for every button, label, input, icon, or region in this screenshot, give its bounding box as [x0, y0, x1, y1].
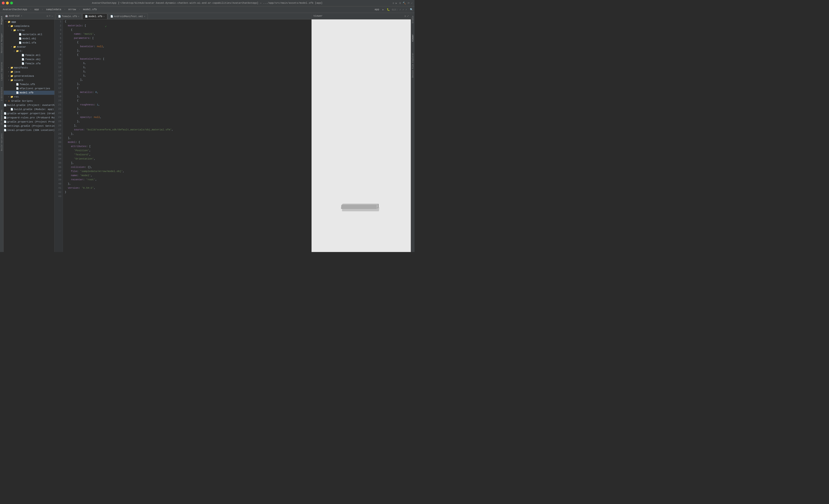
code-line: name: 'model', [65, 173, 310, 178]
tree-item-gradle-wrapper[interactable]: 📄 gradle-wrapper.properties (Gradle Vers… [4, 111, 55, 116]
code-line: parameters: [ [65, 36, 310, 40]
dropdown-icon[interactable]: ▾ [21, 14, 22, 17]
code-line: version: '0.54:2', [65, 186, 310, 190]
tree-item-build-gradle-app[interactable]: 📄 build.gradle (Module: app) [4, 107, 55, 111]
tree-item-manifests[interactable]: ▸ 📁 manifests [4, 66, 55, 70]
nav-sampledata[interactable]: sampledata [45, 8, 63, 11]
tree-item-female-sfa[interactable]: 📄 female.sfa [4, 62, 55, 66]
tree-item-generated-java[interactable]: ▸ 📁 generatedJava [4, 74, 55, 78]
tree-item-assets[interactable]: ▾ 📁 assets [4, 78, 55, 82]
tree-item-local-properties[interactable]: 📄 local.properties (SDK Location) [4, 128, 55, 132]
app-window: AvatarChatbotApp [~/Desktop/GitHub/avata… [0, 0, 414, 252]
code-line: 1, [65, 74, 310, 78]
project-vertical-label[interactable]: Project [0, 15, 3, 26]
gradle-vertical-label[interactable]: Gradle [411, 15, 414, 24]
right-vertical-panel: Gradle Viewer Device File Explorer [411, 13, 414, 252]
tree-item-proguard[interactable]: 📄 proguard-rules.pro (ProGuard Rules for… [4, 116, 55, 120]
tab-bar: 📄 female.sfb ✕ 📄 model.sfb ✕ 📄 AndroidMa… [55, 13, 311, 20]
nav-chatbotapp[interactable]: AvatarChatbotApp [1, 8, 29, 11]
code-line: roughness: 1, [65, 103, 310, 107]
code-line: 1, [65, 65, 310, 69]
nav-model-sfb[interactable]: model.sfb [82, 8, 98, 11]
tree-item-c[interactable]: ▸ 📁 C: [4, 49, 55, 53]
close-tab-androidmanifest[interactable]: ✕ [144, 15, 145, 18]
run-button[interactable]: ▶ [382, 8, 384, 11]
tab-model-sfb[interactable]: 📄 model.sfb ✕ [82, 14, 107, 19]
code-line: recenter: 'root', [65, 178, 310, 182]
close-button[interactable] [2, 2, 5, 4]
code-line: materials: [ [65, 24, 310, 28]
android-icon: 🤖 [5, 14, 8, 17]
code-line: } [65, 190, 310, 194]
traffic-lights [2, 2, 13, 4]
close-tab-female-sfb[interactable]: ✕ [78, 15, 79, 18]
file-tree: ▾ 📁 app ▾ 📁 sampledata ▾ 📁 Arrow [4, 20, 55, 252]
viewer-canvas [312, 20, 411, 252]
debug-button[interactable]: 🐛 [387, 8, 390, 11]
resource-manager-label[interactable]: Resource Manager [0, 32, 3, 54]
project-panel: 🤖 Android ▾ ⚙ ≡ ⋯ ▾ 📁 app [4, 13, 55, 252]
code-line: }, [65, 132, 310, 136]
editor-content: 1234567891011121314151617181920212223242… [55, 20, 311, 252]
gutter-check-icon: ✓ [105, 25, 107, 28]
nav-app[interactable]: app [33, 8, 40, 11]
tree-item-java[interactable]: ▸ 📁 java [4, 70, 55, 74]
close-tab-model-sfb[interactable]: ✕ [103, 15, 105, 18]
code-line: ], [65, 136, 310, 140]
filter-icon[interactable]: ≡ [49, 14, 51, 17]
code-area[interactable]: { materials: [ { name: 'mat21', paramete… [63, 20, 311, 252]
z-structure-label[interactable]: Z-Structure [0, 86, 3, 102]
tab-female-sfb[interactable]: 📄 female.sfb ✕ [56, 14, 82, 19]
code-line: 1, [65, 69, 310, 74]
nav-arrow[interactable]: Arrow [67, 8, 77, 11]
code-line: { [65, 28, 310, 32]
code-line: file: 'sampledata/Arrow/model.obj', [65, 169, 310, 173]
code-line: { [65, 99, 310, 103]
viewer-settings-icon[interactable]: ⚙ [404, 14, 406, 17]
tree-item-model-obj[interactable]: 📄 model.obj [4, 37, 55, 41]
device-file-explorer-label[interactable]: Device File Explorer [411, 52, 414, 79]
tree-item-female-mtl[interactable]: 📄 female.mtl [4, 53, 55, 57]
tree-item-res[interactable]: ▸ 📁 res [4, 95, 55, 99]
sync-icon[interactable]: ⚙ [46, 14, 48, 17]
code-line: 'Position', [65, 148, 310, 153]
maximize-button[interactable] [10, 2, 13, 4]
settings-icon[interactable]: ⋯ [51, 14, 53, 17]
minimize-button[interactable] [6, 2, 9, 4]
tree-item-female-sfb[interactable]: 📄 female.sfb [4, 82, 55, 86]
panel-header: 🤖 Android ▾ ⚙ ≡ ⋯ [4, 13, 55, 20]
tree-item-materials-mtl[interactable]: 📄 materials.mtl [4, 32, 55, 37]
search-icon[interactable]: 🔍 [410, 8, 413, 11]
tree-item-model-sfa[interactable]: 📄 model.sfa [4, 41, 55, 45]
tree-item-avatar[interactable]: ▾ 📁 Avatar [4, 45, 55, 49]
build-variants-label[interactable]: Build Variants [0, 132, 3, 152]
viewer-panel: Viewer ⚙ ⤢ [311, 13, 411, 252]
tree-item-gradle-scripts[interactable]: ▾ ⚙ Gradle Scripts [4, 99, 55, 103]
code-line: ], [65, 123, 310, 128]
code-line: name: 'mat21', [65, 32, 310, 36]
svg-marker-13 [341, 204, 379, 205]
tree-item-female-obj[interactable]: 📄 female.obj [4, 57, 55, 62]
tree-item-settings-gradle[interactable]: 📄 settings.gradle (Project Settings) [4, 124, 55, 128]
viewer-expand-icon[interactable]: ⤢ [407, 14, 409, 17]
viewer-vertical-label[interactable]: Viewer [411, 33, 414, 43]
titlebar-right: ⚙ ▶ ⏸ 🔨 ⟳ ✓ [393, 2, 412, 5]
tab-androidmanifest[interactable]: 📄 AndroidManifest.xml ✕ [108, 14, 148, 19]
tree-item-app[interactable]: ▾ 📁 app [4, 20, 55, 24]
code-line: { [65, 111, 310, 115]
layout-captures-label[interactable]: Layout Captures [0, 61, 3, 82]
code-line: 1, [65, 61, 310, 65]
tree-item-model-sfb[interactable]: 📄 model.sfb [4, 91, 55, 95]
tree-item-gradle-properties[interactable]: 📄 gradle.properties (Project Properties) [4, 120, 55, 124]
tree-item-build-gradle-project[interactable]: 📄 build.gradle (Project: AvatarChatbotAp… [4, 103, 55, 107]
code-line: baseColorTint: [ [65, 57, 310, 61]
tree-item-sampledata[interactable]: ▾ 📁 sampledata [4, 24, 55, 28]
tree-item-arrow[interactable]: ▾ 📁 Arrow [4, 28, 55, 32]
panel-header-icons: ⚙ ≡ ⋯ [46, 14, 53, 17]
left-vertical-panel: Project Resource Manager Layout Captures… [0, 13, 4, 252]
tree-item-mfpclient[interactable]: 📄 mfpclient.properties [4, 86, 55, 91]
main-layout: Project Resource Manager Layout Captures… [0, 13, 414, 252]
run-config[interactable]: app [373, 8, 381, 11]
favorites-label[interactable]: Z: Favorites [0, 109, 3, 125]
viewer-header: Viewer ⚙ ⤢ [312, 13, 411, 20]
